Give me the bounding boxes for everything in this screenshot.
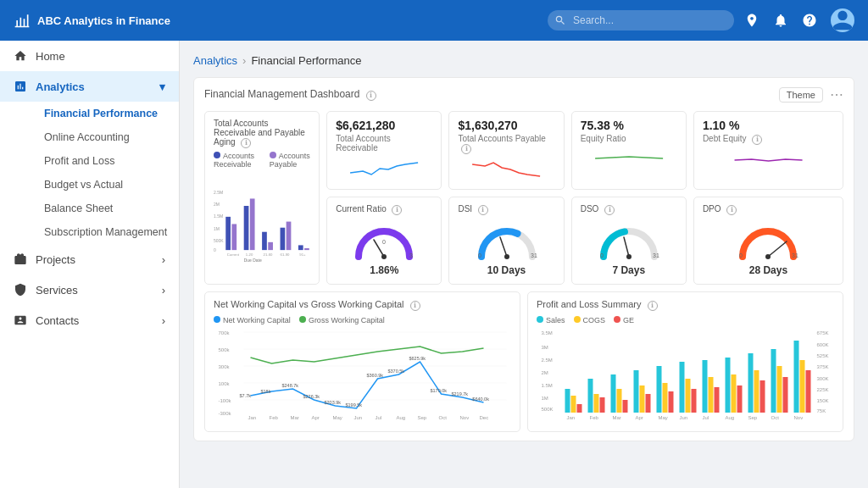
svg-rect-120 xyxy=(806,370,811,413)
pnl-info-icon[interactable]: ℹ xyxy=(648,301,658,311)
svg-text:31: 31 xyxy=(531,252,537,258)
nwc-info-icon[interactable]: ℹ xyxy=(410,301,420,311)
nwc-chart-title: Net Working Capital vs Gross Working Cap… xyxy=(214,299,511,311)
sidebar-item-projects[interactable]: Projects › xyxy=(0,244,179,274)
help-icon[interactable] xyxy=(802,13,817,28)
logo-icon xyxy=(14,12,31,29)
svg-text:Oct: Oct xyxy=(771,415,780,420)
svg-text:3: 3 xyxy=(409,252,413,258)
svg-text:1.5M: 1.5M xyxy=(542,383,553,388)
svg-text:Jan: Jan xyxy=(248,415,257,420)
sidebar-item-contacts[interactable]: Contacts › xyxy=(0,305,179,336)
svg-rect-100 xyxy=(657,366,662,413)
theme-button[interactable]: Theme xyxy=(779,87,823,103)
gauge-dsi-label: DSI ℹ xyxy=(458,204,554,215)
app-title: ABC Analytics in Finance xyxy=(37,14,170,27)
more-options-icon[interactable]: ⋯ xyxy=(830,86,843,103)
svg-rect-112 xyxy=(748,353,754,413)
svg-rect-104 xyxy=(686,379,691,413)
kpi-total-ap: $1,630,270 Total Accounts Payable ℹ xyxy=(448,111,564,190)
dashboard-info-icon[interactable]: ℹ xyxy=(366,91,376,101)
svg-text:$203.9k: $203.9k xyxy=(325,400,342,405)
svg-text:31: 31 xyxy=(793,252,799,258)
svg-text:Jul: Jul xyxy=(376,415,382,420)
svg-rect-88 xyxy=(565,389,570,413)
svg-text:Sep: Sep xyxy=(748,415,758,420)
svg-rect-15 xyxy=(304,248,309,250)
svg-text:May: May xyxy=(659,415,668,420)
ar-ap-legend: Accounts Receivable Accounts Payable xyxy=(214,152,310,169)
sidebar-sub-subscription[interactable]: Subscription Management xyxy=(34,220,179,244)
svg-text:Nov: Nov xyxy=(460,415,470,420)
dso-info-icon[interactable]: ℹ xyxy=(604,205,615,215)
svg-rect-91 xyxy=(588,379,593,413)
svg-text:225K: 225K xyxy=(817,387,829,392)
svg-text:Feb: Feb xyxy=(590,415,599,420)
search-input[interactable] xyxy=(548,10,734,30)
svg-text:3M: 3M xyxy=(542,345,548,350)
sidebar-sub-balance-sheet[interactable]: Balance Sheet xyxy=(34,197,179,220)
analytics-icon xyxy=(14,80,27,93)
svg-text:500K: 500K xyxy=(542,407,554,412)
svg-text:300K: 300K xyxy=(817,376,829,381)
svg-rect-111 xyxy=(737,385,743,413)
svg-text:$248.7k: $248.7k xyxy=(282,383,299,388)
svg-text:Nov: Nov xyxy=(794,415,804,420)
svg-rect-14 xyxy=(298,245,303,250)
svg-text:Mar: Mar xyxy=(613,415,621,420)
svg-text:21-60: 21-60 xyxy=(264,252,274,257)
svg-text:-$640.0k: -$640.0k xyxy=(471,396,490,402)
nwc-legend: Net Working Capital Gross Working Capita… xyxy=(214,316,511,324)
svg-text:Jun: Jun xyxy=(354,415,363,420)
gauge-dpo-svg: 0 31 xyxy=(734,219,802,261)
sidebar-item-services[interactable]: Services › xyxy=(0,274,179,305)
svg-text:0: 0 xyxy=(382,239,386,245)
gauge-cr-svg: 0 3 xyxy=(350,219,418,261)
gauge-dsi-svg: 0 31 xyxy=(473,219,541,261)
de-info-icon[interactable]: ℹ xyxy=(752,135,762,145)
svg-text:Aug: Aug xyxy=(726,415,735,420)
sidebar-item-home[interactable]: Home xyxy=(0,41,179,71)
svg-text:150K: 150K xyxy=(817,398,829,403)
breadcrumb-parent[interactable]: Analytics xyxy=(193,54,237,67)
sidebar-sub-budget-actual[interactable]: Budget vs Actual xyxy=(34,173,179,197)
svg-rect-96 xyxy=(623,400,628,413)
svg-rect-7 xyxy=(231,224,236,250)
svg-rect-10 xyxy=(262,232,267,250)
svg-text:$360.9k: $360.9k xyxy=(367,373,384,378)
analytics-submenu: Financial Performance Online Accounting … xyxy=(0,102,179,244)
sidebar-sub-profit-loss[interactable]: Profit and Loss xyxy=(34,149,179,173)
svg-text:$7.7k: $7.7k xyxy=(240,393,252,398)
user-avatar[interactable] xyxy=(831,8,854,32)
svg-text:Jul: Jul xyxy=(703,415,709,420)
sidebar-item-analytics[interactable]: Analytics ▾ xyxy=(0,71,179,102)
svg-text:1.5M: 1.5M xyxy=(214,214,223,219)
location-icon[interactable] xyxy=(744,13,760,28)
sidebar-sub-online-accounting[interactable]: Online Accounting xyxy=(34,125,179,149)
svg-text:Aug: Aug xyxy=(397,415,406,420)
svg-rect-13 xyxy=(287,222,292,251)
svg-text:$226.3k: $226.3k xyxy=(303,394,320,399)
chevron-right-icon3: › xyxy=(162,314,165,327)
kpi-ar-value: $6,621,280 xyxy=(336,119,432,132)
dashboard-title-label: Financial Management Dashboard xyxy=(204,88,359,100)
kpi-de-value: 1.10 % xyxy=(703,119,834,132)
sidebar-sub-financial-performance[interactable]: Financial Performance xyxy=(34,102,179,125)
notification-icon[interactable] xyxy=(773,13,788,28)
svg-text:0: 0 xyxy=(739,252,743,258)
projects-icon xyxy=(14,252,27,266)
aging-info-icon[interactable]: ℹ xyxy=(241,138,251,148)
svg-text:61-90: 61-90 xyxy=(281,252,291,257)
dpo-info-icon[interactable]: ℹ xyxy=(726,205,737,215)
svg-text:May: May xyxy=(333,415,342,420)
svg-text:$170.0k: $170.0k xyxy=(431,388,448,393)
gauge-dso-svg: 0 31 xyxy=(595,219,663,261)
svg-rect-102 xyxy=(669,391,674,413)
cr-info-icon[interactable]: ℹ xyxy=(392,205,402,215)
content-area: Analytics › Financial Performance Financ… xyxy=(180,41,868,488)
ap-info-icon[interactable]: ℹ xyxy=(461,144,471,154)
dsi-info-icon[interactable]: ℹ xyxy=(478,205,488,215)
svg-rect-89 xyxy=(571,396,576,413)
gauge-dsi-value: 10 Days xyxy=(458,264,554,276)
svg-rect-116 xyxy=(777,366,782,413)
